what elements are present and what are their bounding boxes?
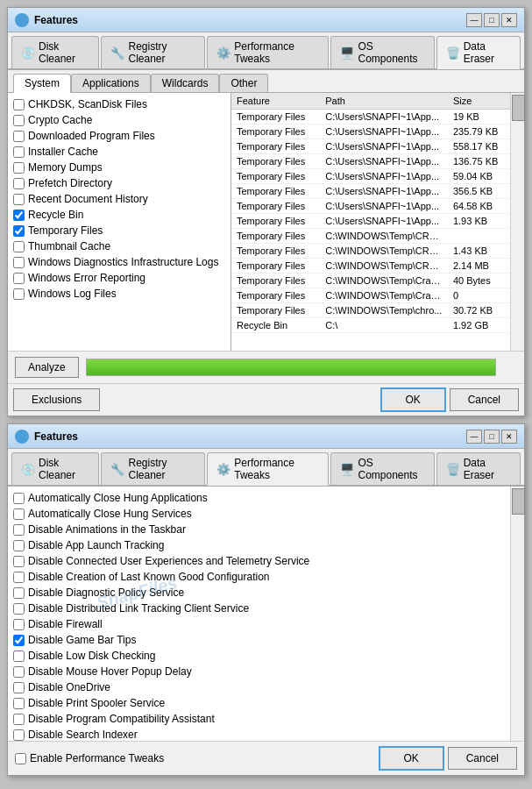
- checkbox-memory-dumps[interactable]: [13, 162, 25, 174]
- checklist-2[interactable]: SnapFiles Automatically Close Hung Appli…: [8, 487, 510, 741]
- checkbox-perf-11[interactable]: [13, 666, 25, 678]
- checkbox-crypto-cache[interactable]: [13, 115, 25, 126]
- table-row[interactable]: Temporary Files C:\Users\SNAPFI~1\App...…: [231, 154, 510, 169]
- tab-performance-tweaks-2[interactable]: ⚙️ Performance Tweaks: [207, 452, 329, 486]
- analyze-button[interactable]: Analyze: [15, 357, 79, 378]
- tab-data-eraser-1[interactable]: 🗑️ Data Eraser: [436, 36, 521, 69]
- maximize-button-1[interactable]: □: [484, 13, 500, 27]
- check-item-13[interactable]: Disable Print Spooler Service: [10, 695, 508, 711]
- checkbox-perf-12[interactable]: [13, 682, 25, 693]
- check-installer-cache[interactable]: Installer Cache: [10, 144, 229, 160]
- checkbox-prefetch[interactable]: [13, 178, 25, 189]
- enable-perf-tweaks-checkbox[interactable]: [15, 753, 26, 764]
- checkbox-recycle-bin[interactable]: [13, 210, 25, 221]
- check-item-0[interactable]: Automatically Close Hung Applications: [10, 490, 508, 506]
- checkbox-perf-5[interactable]: [13, 572, 25, 583]
- table-row[interactable]: Temporary Files C:\Users\SNAPFI~1\App...…: [231, 214, 510, 229]
- checkbox-installer-cache[interactable]: [13, 146, 25, 158]
- checkbox-downloaded[interactable]: [13, 131, 25, 142]
- checkbox-perf-14[interactable]: [13, 714, 25, 725]
- table-wrap-1[interactable]: Feature Path Size Temporary Files C:\Use…: [231, 93, 510, 333]
- checkbox-perf-8[interactable]: [13, 619, 25, 630]
- check-recycle-bin[interactable]: Recycle Bin: [10, 207, 229, 223]
- table-row[interactable]: Temporary Files C:\Users\SNAPFI~1\App...…: [231, 110, 510, 124]
- checkbox-perf-15[interactable]: [13, 729, 25, 741]
- tab-registry-cleaner-2[interactable]: 🔧 Registry Cleaner: [101, 452, 205, 485]
- check-recent-doc[interactable]: Recent Document History: [10, 191, 229, 207]
- check-item-9[interactable]: Disable Game Bar Tips: [10, 632, 508, 648]
- tab-registry-cleaner-1[interactable]: 🔧 Registry Cleaner: [101, 36, 205, 68]
- checkbox-perf-7[interactable]: [13, 603, 25, 615]
- checkbox-perf-2[interactable]: [13, 524, 25, 536]
- cancel-button-1[interactable]: Cancel: [450, 388, 519, 411]
- cancel-button-2[interactable]: Cancel: [448, 747, 517, 770]
- tab-os-components-2[interactable]: 🖥️ OS Components: [330, 452, 434, 485]
- close-button-2[interactable]: ✕: [501, 430, 517, 444]
- sub-tab-applications[interactable]: Applications: [71, 74, 151, 92]
- table-row[interactable]: Temporary Files C:\Users\SNAPFI~1\App...…: [231, 184, 510, 199]
- checkbox-perf-6[interactable]: [13, 587, 25, 599]
- checkbox-temp-files[interactable]: [13, 225, 25, 237]
- check-item-10[interactable]: Disable Low Disk Checking: [10, 648, 508, 664]
- checkbox-thumbnail[interactable]: [13, 241, 25, 252]
- maximize-button-2[interactable]: □: [484, 430, 500, 444]
- table-row[interactable]: Temporary Files C:\Users\SNAPFI~1\App...…: [231, 139, 510, 154]
- table-row[interactable]: Temporary Files C:\Users\SNAPFI~1\App...…: [231, 169, 510, 184]
- table-row[interactable]: Temporary Files C:\WINDOWS\Temp\CR_... 2…: [231, 259, 510, 274]
- sub-tab-system[interactable]: System: [13, 74, 71, 93]
- check-crypto-cache[interactable]: Crypto Cache: [10, 112, 229, 128]
- check-item-14[interactable]: Disable Program Compatibility Assistant: [10, 711, 508, 727]
- check-item-6[interactable]: Disable Diagnostic Policy Service: [10, 585, 508, 601]
- checkbox-win-error[interactable]: [13, 273, 25, 284]
- checkbox-perf-9[interactable]: [13, 635, 25, 646]
- table-row[interactable]: Temporary Files C:\WINDOWS\Temp\Cras... …: [231, 288, 510, 303]
- checkbox-perf-13[interactable]: [13, 698, 25, 709]
- checkbox-chkdsk[interactable]: [13, 99, 25, 110]
- check-win-log[interactable]: Windows Log Files: [10, 286, 229, 302]
- check-win-error[interactable]: Windows Error Reporting: [10, 270, 229, 286]
- table-row[interactable]: Recycle Bin C:\ 1.92 GB: [231, 318, 510, 333]
- check-item-1[interactable]: Automatically Close Hung Services: [10, 506, 508, 522]
- tab-performance-tweaks-1[interactable]: ⚙️ Performance Tweaks: [207, 36, 329, 68]
- ok-button-2[interactable]: OK: [379, 746, 444, 771]
- checklist-scrollbar-2[interactable]: [510, 487, 524, 741]
- check-item-2[interactable]: Disable Animations in the Taskbar: [10, 522, 508, 537]
- table-row[interactable]: Temporary Files C:\Users\SNAPFI~1\App...…: [231, 199, 510, 214]
- table-scrollbar[interactable]: [510, 93, 524, 351]
- check-temp-files[interactable]: Temporary Files: [10, 223, 229, 238]
- check-item-3[interactable]: Disable App Launch Tracking: [10, 537, 508, 553]
- checkbox-win-diag[interactable]: [13, 257, 25, 268]
- checkbox-recent-doc[interactable]: [13, 194, 25, 205]
- minimize-button-1[interactable]: —: [466, 13, 482, 27]
- check-item-11[interactable]: Disable Mouse Hover Popup Delay: [10, 664, 508, 679]
- check-memory-dumps[interactable]: Memory Dumps: [10, 160, 229, 175]
- ok-button-1[interactable]: OK: [380, 387, 446, 412]
- check-win-diag[interactable]: Windows Diagnostics Infrastructure Logs: [10, 254, 229, 270]
- check-item-8[interactable]: Disable Firewall: [10, 616, 508, 632]
- table-row[interactable]: Temporary Files C:\WINDOWS\Temp\CR_... 1…: [231, 244, 510, 259]
- checkbox-perf-10[interactable]: [13, 650, 25, 662]
- table-row[interactable]: Temporary Files C:\Users\SNAPFI~1\App...…: [231, 124, 510, 139]
- check-thumbnail[interactable]: Thumbnail Cache: [10, 238, 229, 254]
- table-row[interactable]: Temporary Files C:\WINDOWS\Temp\CR_...: [231, 229, 510, 244]
- check-item-5[interactable]: Disable Creation of Last Known Good Conf…: [10, 569, 508, 585]
- sub-tab-other[interactable]: Other: [219, 74, 268, 92]
- tab-disk-cleaner-1[interactable]: 💿 Disk Cleaner: [11, 36, 99, 68]
- checkbox-perf-4[interactable]: [13, 556, 25, 567]
- check-chkdsk[interactable]: CHKDSK, ScanDisk Files: [10, 96, 229, 112]
- tab-disk-cleaner-2[interactable]: 💿 Disk Cleaner: [11, 452, 99, 485]
- table-row[interactable]: Temporary Files C:\WINDOWS\Temp\Cras... …: [231, 274, 510, 288]
- checkbox-win-log[interactable]: [13, 288, 25, 300]
- check-item-7[interactable]: Disable Distributed Link Tracking Client…: [10, 601, 508, 616]
- sub-tab-wildcards[interactable]: Wildcards: [151, 74, 220, 92]
- checkbox-perf-0[interactable]: [13, 493, 25, 504]
- checkbox-perf-1[interactable]: [13, 508, 25, 520]
- table-row[interactable]: Temporary Files C:\WINDOWS\Temp\chro... …: [231, 303, 510, 318]
- checkbox-perf-3[interactable]: [13, 540, 25, 551]
- tab-os-components-1[interactable]: 🖥️ OS Components: [330, 36, 434, 68]
- check-prefetch[interactable]: Prefetch Directory: [10, 175, 229, 191]
- close-button-1[interactable]: ✕: [501, 13, 517, 27]
- exclusions-button[interactable]: Exclusions: [13, 388, 100, 411]
- check-item-4[interactable]: Disable Connected User Experiences and T…: [10, 553, 508, 569]
- tab-data-eraser-2[interactable]: 🗑️ Data Eraser: [436, 452, 521, 485]
